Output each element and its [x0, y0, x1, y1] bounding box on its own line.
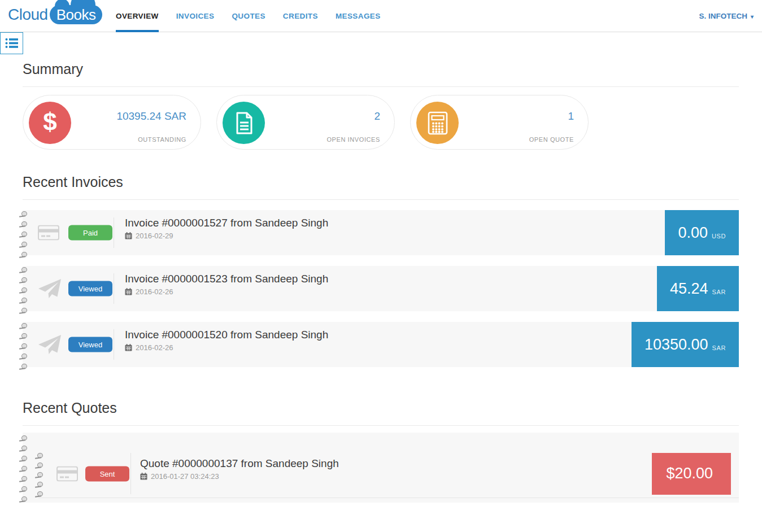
calendar-icon: [125, 288, 132, 295]
invoice-date: 2016-02-26: [125, 287, 328, 296]
recent-invoices-heading: Recent Invoices: [23, 150, 739, 190]
list-view-toggle-button[interactable]: [0, 32, 23, 54]
outstanding-label: OUTSTANDING: [138, 136, 186, 143]
open-invoices-label: OPEN INVOICES: [326, 136, 380, 143]
invoice-title-link[interactable]: Invoice #0000001520 from Sandeep Singh: [125, 329, 328, 341]
calendar-icon: [140, 473, 147, 480]
tab-invoices[interactable]: INVOICES: [176, 0, 215, 32]
invoice-amount: 45.24 SAR: [657, 266, 739, 311]
binder-ring-icon: [19, 221, 28, 227]
binder-ring-icon: [19, 486, 28, 492]
binder-ring-icon: [19, 287, 28, 293]
invoice-document-icon: [223, 102, 265, 144]
binder-ring-icon: [19, 343, 28, 349]
binder-ring-icon: [19, 242, 28, 247]
binder-ring-icon: [19, 466, 28, 472]
open-quote-card: 1 OPEN QUOTE: [410, 95, 589, 150]
credit-card-icon: [56, 466, 78, 481]
credit-card-icon: [38, 225, 59, 241]
binder-ring-icon: [35, 482, 43, 487]
binder-ring-icon: [19, 456, 28, 461]
invoice-info: Invoice #0000001523 from Sandeep Singh 2…: [125, 273, 328, 296]
binder-ring-icon: [19, 323, 28, 329]
invoice-amount: 10350.00 SAR: [632, 322, 739, 367]
outstanding-card: $ 10395.24 SAR OUTSTANDING: [23, 95, 201, 150]
binder-ring-icon: [35, 491, 43, 497]
binder-ring-icon: [19, 211, 28, 217]
binder-ring-icon: [19, 298, 28, 303]
calculator-icon: [416, 102, 459, 144]
binder-ring-icon: [19, 308, 28, 313]
status-badge: Sent: [85, 466, 129, 481]
binder-ring-icon: [35, 463, 43, 468]
main-nav: OVERVIEW INVOICES QUOTES CREDITS MESSAGE…: [116, 0, 381, 32]
divider: [23, 199, 739, 200]
recent-quotes-heading: Recent Quotes: [23, 378, 739, 416]
quote-row[interactable]: Sent Quote #0000000137 from Sandeep Sing…: [23, 433, 739, 503]
divider: [114, 329, 114, 360]
caret-down-icon: ▾: [751, 14, 754, 20]
open-quote-label: OPEN QUOTE: [529, 136, 574, 143]
logo-text-cloud: Cloud: [8, 6, 48, 24]
open-invoices-card: 2 OPEN INVOICES: [216, 95, 395, 150]
binder-ring-icon: [35, 472, 43, 478]
invoice-info: Invoice #0000001520 from Sandeep Singh 2…: [125, 329, 328, 352]
list-icon: [5, 38, 18, 49]
outstanding-value: 10395.24 SAR: [116, 110, 186, 123]
binder-ring-icon: [19, 446, 28, 451]
invoice-date: 2016-02-29: [125, 232, 328, 240]
tab-messages[interactable]: MESSAGES: [336, 0, 381, 32]
logo-text-books: Books: [56, 6, 96, 24]
cloudbooks-dashboard: Cloud Books OVERVIEW INVOICES QUOTES CRE…: [0, 0, 762, 532]
paper-plane-icon: [38, 334, 62, 355]
binder-ring-icon: [19, 476, 28, 482]
divider: [114, 273, 114, 304]
quote-amount: $20.00: [652, 453, 731, 495]
divider: [23, 425, 739, 426]
dollar-icon: $: [29, 102, 71, 144]
binder-ring-icon: [19, 252, 28, 258]
invoice-info: Invoice #0000001527 from Sandeep Singh 2…: [125, 217, 328, 240]
status-badge: Viewed: [68, 337, 112, 352]
binder-ring-icon: [19, 354, 28, 359]
invoice-title-link[interactable]: Invoice #0000001527 from Sandeep Singh: [125, 217, 328, 229]
divider: [23, 86, 739, 87]
open-quote-count: 1: [568, 110, 574, 123]
binder-ring-icon: [19, 496, 28, 502]
cloudbooks-logo[interactable]: Cloud Books: [8, 5, 102, 24]
user-name-label: S. INFOTECH: [699, 12, 747, 20]
binder-ring-icon: [19, 267, 28, 273]
invoice-row[interactable]: Viewed Invoice #0000001523 from Sandeep …: [23, 266, 739, 311]
divider: [130, 453, 131, 494]
quote-title-link[interactable]: Quote #0000000137 from Sandeep Singh: [140, 457, 339, 470]
invoice-row[interactable]: Viewed Invoice #0000001520 from Sandeep …: [23, 322, 739, 367]
calendar-icon: [125, 344, 132, 351]
binder-ring-icon: [19, 277, 28, 283]
tab-quotes[interactable]: QUOTES: [232, 0, 265, 32]
quote-date: 2016-01-27 03:24:23: [140, 472, 339, 481]
binder-ring-icon: [19, 232, 28, 237]
quote-info: Quote #0000000137 from Sandeep Singh 201…: [140, 457, 339, 481]
status-badge: Paid: [68, 225, 112, 241]
tab-overview[interactable]: OVERVIEW: [116, 0, 159, 32]
binder-ring-icon: [35, 453, 43, 459]
top-navbar: Cloud Books OVERVIEW INVOICES QUOTES CRE…: [0, 0, 762, 32]
quote-inner-row: Sent Quote #0000000137 from Sandeep Sing…: [38, 450, 739, 498]
paper-plane-icon: [38, 278, 62, 299]
recent-invoices-list: Paid Invoice #0000001527 from Sandeep Si…: [23, 210, 739, 367]
invoice-title-link[interactable]: Invoice #0000001523 from Sandeep Singh: [125, 273, 328, 285]
binder-ring-icon: [19, 364, 28, 369]
invoice-amount: 0.00 USD: [665, 210, 739, 255]
summary-cards: $ 10395.24 SAR OUTSTANDING 2 OPEN INVOI: [23, 95, 739, 150]
open-invoices-count: 2: [374, 110, 380, 123]
invoice-row[interactable]: Paid Invoice #0000001527 from Sandeep Si…: [23, 210, 739, 255]
invoice-date: 2016-02-26: [125, 343, 328, 352]
calendar-icon: [125, 232, 132, 239]
logo-cloud-shape: Books: [50, 5, 103, 24]
summary-heading: Summary: [23, 32, 739, 77]
status-badge: Viewed: [68, 281, 112, 296]
binder-ring-icon: [19, 333, 28, 339]
user-account-dropdown[interactable]: S. INFOTECH ▾: [699, 0, 754, 32]
main-content: Summary $ 10395.24 SAR OUTSTANDING: [0, 32, 762, 503]
tab-credits[interactable]: CREDITS: [283, 0, 318, 32]
